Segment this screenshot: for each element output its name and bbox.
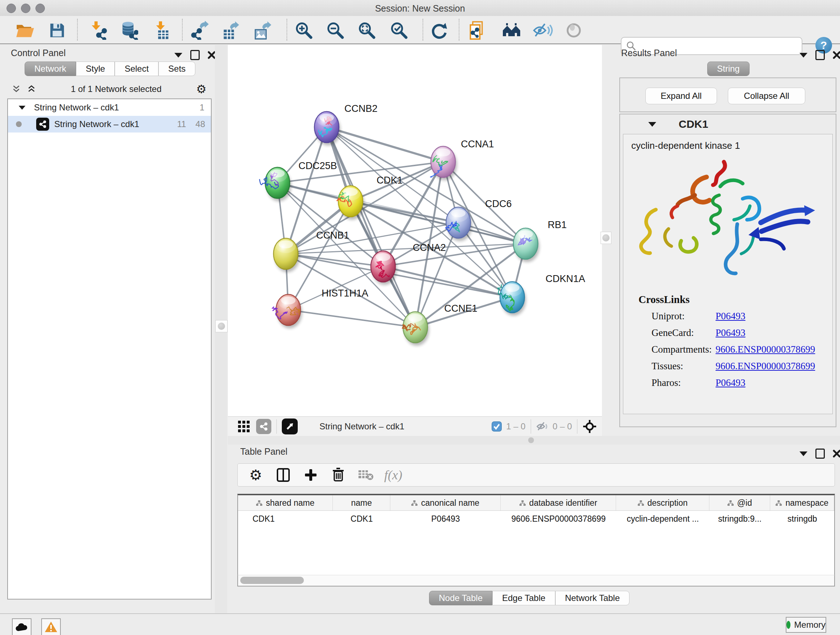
float-panel-icon[interactable] [815, 448, 825, 459]
right-splitter-handle[interactable] [600, 232, 611, 244]
export-image-icon [253, 21, 272, 40]
table-cell[interactable]: P06493 [390, 511, 501, 527]
birds-eye-view-icon[interactable] [237, 420, 250, 433]
table-cell[interactable]: cyclin-dependent ... [616, 511, 709, 527]
gene-section-header[interactable]: CDK1 [620, 114, 836, 134]
horizontal-splitter-handle[interactable] [528, 437, 534, 443]
column-header-canonical-name[interactable]: canonical name [390, 495, 501, 510]
zoom-fit-button[interactable] [357, 20, 377, 41]
tab-string[interactable]: String [707, 62, 750, 76]
delete-table-button[interactable] [352, 469, 379, 481]
network-collection-row[interactable]: String Network – cdk1 1 [8, 99, 211, 116]
expand-all-icon[interactable] [27, 85, 36, 93]
table-cell[interactable]: stringdb [770, 511, 834, 527]
horizontal-splitter[interactable] [228, 436, 840, 445]
close-panel-icon[interactable] [833, 51, 840, 59]
network-edge[interactable] [327, 127, 526, 244]
column-header-description[interactable]: description [616, 495, 709, 510]
panel-menu-icon[interactable] [799, 53, 807, 57]
control-panel-title: Control Panel [11, 48, 65, 58]
fit-content-crosshair-icon[interactable] [583, 419, 597, 434]
table-cell[interactable]: 9606.ENSP00000378699 [501, 511, 616, 527]
create-column-button[interactable] [297, 469, 325, 481]
open-session-button[interactable] [15, 20, 35, 41]
tab-sets[interactable]: Sets [158, 62, 195, 76]
export-image-button[interactable] [252, 20, 272, 41]
table-cell[interactable]: CDK1 [238, 511, 333, 527]
network-edge[interactable] [288, 310, 415, 327]
export-table-button[interactable] [221, 20, 241, 41]
collapse-all-icon[interactable] [11, 85, 21, 93]
network-canvas[interactable]: CCNB2CCNA1CDC25BCDK1CDC6RB1CCNB1CCNA2CDK… [228, 45, 602, 416]
panel-menu-icon[interactable] [174, 53, 182, 57]
network-node-CDKN1A[interactable]: CDKN1A [498, 273, 585, 316]
table-horizontal-scrollbar[interactable] [237, 575, 835, 586]
column-header-shared-name[interactable]: shared name [238, 495, 333, 510]
go-home-button[interactable] [501, 20, 522, 41]
string-view-icon[interactable] [256, 419, 271, 434]
save-session-button[interactable] [47, 20, 67, 41]
delete-column-button[interactable] [325, 468, 352, 482]
tab-node-table[interactable]: Node Table [429, 591, 493, 605]
table-options-button[interactable]: ⚙ [242, 468, 270, 482]
cloud-status-button[interactable] [12, 618, 32, 635]
warnings-button[interactable] [41, 618, 61, 635]
crosslink-link[interactable]: 9606.ENSP00000378699 [715, 344, 815, 355]
hidden-eye-icon[interactable] [536, 421, 549, 432]
gene-name: CDK1 [679, 118, 708, 130]
left-splitter-handle[interactable] [215, 320, 227, 333]
close-panel-icon[interactable] [208, 51, 216, 59]
control-panel-tabs: NetworkStyleSelectSets [25, 62, 195, 76]
scrollbar-thumb[interactable] [240, 577, 304, 584]
hide-glass-effect-button[interactable] [532, 20, 553, 41]
zoom-in-button[interactable] [294, 20, 314, 41]
zoom-selected-button[interactable] [389, 20, 409, 41]
import-network-file-button[interactable] [88, 20, 109, 41]
tab-network-table[interactable]: Network Table [555, 591, 630, 605]
float-panel-icon[interactable] [815, 50, 825, 60]
refresh-button[interactable] [429, 20, 449, 41]
column-header-@id[interactable]: @id [709, 495, 771, 510]
collapse-all-button[interactable]: Collapse All [728, 88, 805, 104]
column-header-database-identifier[interactable]: database identifier [501, 495, 616, 510]
zoom-out-button[interactable] [325, 20, 346, 41]
import-table-button[interactable] [152, 20, 172, 41]
tab-style[interactable]: Style [76, 62, 115, 76]
network-node-RB1[interactable]: RB1 [513, 219, 567, 262]
tab-network[interactable]: Network [25, 62, 76, 76]
table-cell[interactable]: CDK1 [333, 511, 390, 527]
function-builder-button[interactable]: f(x) [379, 467, 407, 483]
panel-menu-icon[interactable] [799, 451, 807, 456]
import-network-from-database-button[interactable] [118, 20, 139, 41]
crosslink-link[interactable]: P06493 [715, 327, 745, 339]
crosslink-link[interactable]: P06493 [715, 377, 745, 388]
collection-expand-icon[interactable] [19, 105, 26, 109]
close-panel-icon[interactable] [833, 450, 840, 458]
gene-expand-icon[interactable] [648, 122, 656, 127]
publication-export-button[interactable] [468, 20, 488, 41]
network-tree: String Network – cdk1 1 String Network –… [7, 98, 212, 600]
export-network-button[interactable] [189, 20, 210, 41]
selected-checkbox-icon[interactable] [492, 421, 502, 432]
float-panel-icon[interactable] [190, 50, 200, 60]
network-options-gear-icon[interactable]: ⚙ [196, 83, 207, 95]
show-columns-button[interactable] [270, 468, 297, 482]
crosslink-link[interactable]: P06493 [715, 310, 745, 322]
column-header-name[interactable]: name [333, 495, 390, 510]
expand-all-button[interactable]: Expand All [645, 88, 717, 104]
network-edge[interactable] [327, 127, 443, 162]
network-node-CCNA1[interactable]: CCNA1 [430, 139, 494, 180]
memory-button[interactable]: Memory [786, 617, 826, 633]
tab-select[interactable]: Select [115, 62, 158, 76]
column-header-namespace[interactable]: namespace [770, 495, 834, 510]
network-node-HIST1H1A[interactable]: HIST1H1A [272, 288, 368, 328]
show-glass-effect-button[interactable] [564, 20, 584, 41]
toolbar-separator [459, 19, 459, 41]
network-row[interactable]: String Network – cdk1 11 48 [8, 116, 211, 133]
detach-view-icon[interactable] [282, 418, 298, 434]
table-row[interactable]: CDK1CDK1P064939606.ENSP00000378699cyclin… [238, 511, 834, 527]
columns-icon [276, 468, 290, 482]
table-cell[interactable]: stringdb:9... [709, 511, 771, 527]
crosslink-link[interactable]: 9606.ENSP00000378699 [715, 361, 815, 372]
tab-edge-table[interactable]: Edge Table [493, 591, 555, 605]
